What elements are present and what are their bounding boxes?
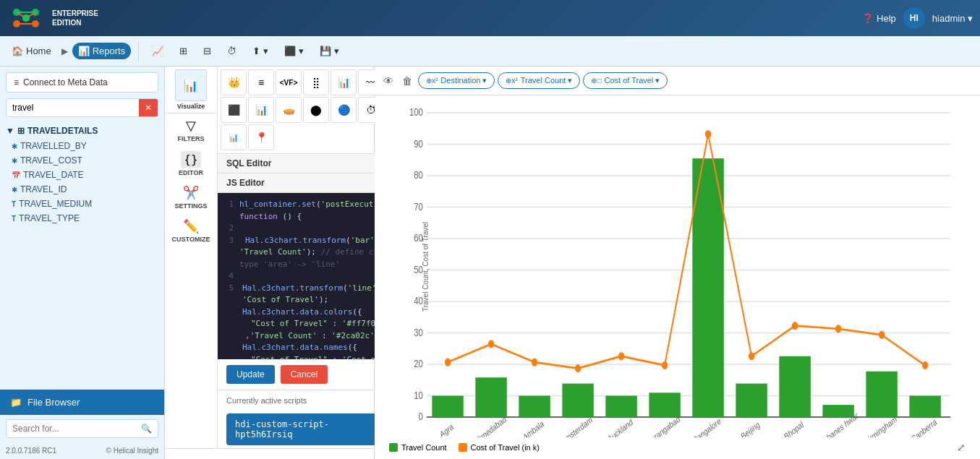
export-toolbar-btn[interactable]: ⬆▾: [247, 43, 274, 59]
help-button[interactable]: ❓ Help: [862, 13, 896, 24]
travel-count-chip[interactable]: ⊕x² Travel Count ▾: [498, 72, 580, 89]
dot-bangalore: [705, 130, 711, 138]
bar-bangalore: [692, 158, 723, 417]
table-toolbar-btn[interactable]: ⊞: [174, 43, 193, 59]
export-icon: ⬆: [252, 46, 260, 56]
chart-type-heatmap[interactable]: ⣿: [303, 69, 329, 95]
table-icon: ⊞: [179, 46, 187, 56]
eye-icon[interactable]: 👁: [383, 75, 393, 87]
chart-type-grouped-bar[interactable]: 📊: [248, 97, 274, 123]
svg-text:Agra: Agra: [438, 421, 455, 437]
nav-chevron: ▶: [61, 46, 68, 56]
home-button[interactable]: 🏠 Home: [6, 43, 57, 59]
legend-cost-travel: Cost of Travel (in k): [459, 443, 540, 452]
dot-ahmedabad: [488, 340, 494, 348]
svg-text:100: 100: [409, 106, 423, 119]
filters-button[interactable]: ▽ FILTERS: [165, 113, 217, 147]
grid-toolbar-btn[interactable]: ⊟: [197, 43, 217, 59]
field-icon: ✱: [12, 157, 17, 165]
chart-type-table[interactable]: ≡: [248, 69, 274, 95]
chart-area: 0 10 20 30 40 50 60 70 80 90 100: [382, 103, 966, 437]
field-item-travel-cost[interactable]: ✱ TRAVEL_COST: [6, 153, 158, 168]
svg-text:20: 20: [414, 358, 423, 370]
user-name[interactable]: hiadmin ▾: [932, 13, 973, 24]
y-axis-label: Travel Count, Cost of Travel: [422, 221, 430, 311]
visualize-icon: 📊: [184, 79, 198, 93]
script-badge[interactable]: hdi-custom-script-hpt5h6Irsiq: [226, 413, 395, 445]
dot-bhubaneshwar: [835, 325, 841, 333]
chart-type-pie[interactable]: 🥧: [276, 97, 302, 123]
editor-button[interactable]: {} EDITOR: [165, 147, 217, 181]
bar-amsterdam: [562, 384, 593, 417]
svg-text:80: 80: [414, 169, 423, 181]
chart-type-bar[interactable]: 📊: [331, 69, 357, 95]
svg-text:Amsterdam: Amsterdam: [560, 414, 593, 437]
customize-button[interactable]: ✏️ CUSTOMIZE: [165, 214, 217, 247]
svg-text:Auckland: Auckland: [606, 417, 634, 437]
trash-icon[interactable]: 🗑: [402, 75, 412, 87]
field-icon: ✱: [12, 186, 17, 194]
visualize-button[interactable]: 📊: [175, 69, 207, 101]
chart-type-bubble[interactable]: 🔵: [331, 97, 357, 123]
dot-canberra: [922, 361, 928, 369]
dot-aurangabad: [662, 361, 668, 369]
field-icon: ✱: [12, 142, 17, 150]
chart-type-crown[interactable]: 👑: [221, 69, 247, 95]
svg-text:Bhopal: Bhopal: [783, 419, 804, 437]
svg-text:30: 30: [414, 326, 423, 338]
bar-ambala: [519, 395, 550, 416]
bar-aurangabad: [649, 392, 680, 417]
dot-auckland: [618, 352, 624, 360]
bar-beijing: [736, 384, 767, 417]
chip-icon: ⊕x²: [506, 77, 517, 85]
chart-type-scatter[interactable]: ⬤: [303, 97, 329, 123]
field-item-travel-type[interactable]: T TRAVEL_TYPE: [6, 211, 158, 226]
bar-auckland: [605, 395, 636, 416]
bar-ahmedabad: [475, 377, 506, 417]
field-item-travel-date[interactable]: 📅 TRAVEL_DATE: [6, 168, 158, 182]
home-icon: 🏠: [12, 46, 23, 56]
field-item-travel-medium[interactable]: T TRAVEL_MEDIUM: [6, 197, 158, 211]
version-text: 2.0.0.7186 RC1: [6, 447, 56, 455]
chart-type-vf[interactable]: <VF>: [276, 69, 302, 95]
cancel-button[interactable]: Cancel: [281, 365, 328, 384]
svg-point-7: [22, 14, 30, 22]
dot-amsterdam: [575, 364, 581, 372]
connect-metadata-button[interactable]: ≡ Connect to Meta Data: [6, 72, 158, 93]
search-clear-button[interactable]: ✕: [139, 99, 158, 116]
cost-of-travel-chip[interactable]: ⊕□ Cost of Travel ▾: [583, 72, 668, 89]
dot-birmingham: [879, 331, 885, 339]
customize-icon: ✏️: [183, 218, 199, 234]
settings-icon: ✂️: [183, 185, 199, 201]
chip-icon: ⊕x²: [426, 77, 438, 85]
layout-toolbar-btn[interactable]: ⬛▾: [278, 43, 310, 59]
svg-text:70: 70: [414, 200, 423, 213]
update-button[interactable]: Update: [226, 365, 275, 384]
chart-type-multibar[interactable]: ⬛: [221, 97, 247, 123]
destination-chip[interactable]: ⊕x² Destination ▾: [418, 72, 495, 89]
chart-icon: 📈: [152, 46, 163, 56]
file-search-input[interactable]: [7, 420, 135, 437]
search-input[interactable]: [7, 99, 139, 116]
layout-icon: ⬛: [284, 46, 296, 56]
fullscreen-icon[interactable]: ⤢: [957, 442, 966, 453]
chip-icon: ⊕□: [591, 77, 601, 85]
file-browser-button[interactable]: 📁 File Browser: [0, 390, 164, 415]
save-toolbar-btn[interactable]: 💾▾: [314, 43, 345, 59]
chart-type-map[interactable]: 📍: [248, 124, 274, 150]
history-toolbar-btn[interactable]: ⏱: [221, 43, 242, 59]
field-item-travel-id[interactable]: ✱ TRAVEL_ID: [6, 182, 158, 197]
reports-icon: 📊: [78, 46, 90, 56]
legend-travel-count: Travel Count: [389, 443, 447, 452]
chart-toolbar-btn[interactable]: 📈: [146, 43, 169, 59]
reports-button[interactable]: 📊 Reports: [72, 43, 132, 59]
dot-agra: [445, 359, 451, 366]
field-group-title[interactable]: ▼ ⊞ TRAVELDETAILS: [6, 123, 158, 139]
svg-text:90: 90: [414, 137, 423, 150]
settings-button[interactable]: ✂️ SETTINGS: [165, 181, 217, 214]
copyright-text: © Helical Insight: [106, 447, 158, 455]
visualize-label: Visualize: [169, 103, 213, 110]
folder-icon: 📁: [10, 397, 22, 408]
field-item-travelled-by[interactable]: ✱ TRAVELLED_BY: [6, 139, 158, 153]
chart-type-combo[interactable]: 📊: [221, 124, 247, 150]
